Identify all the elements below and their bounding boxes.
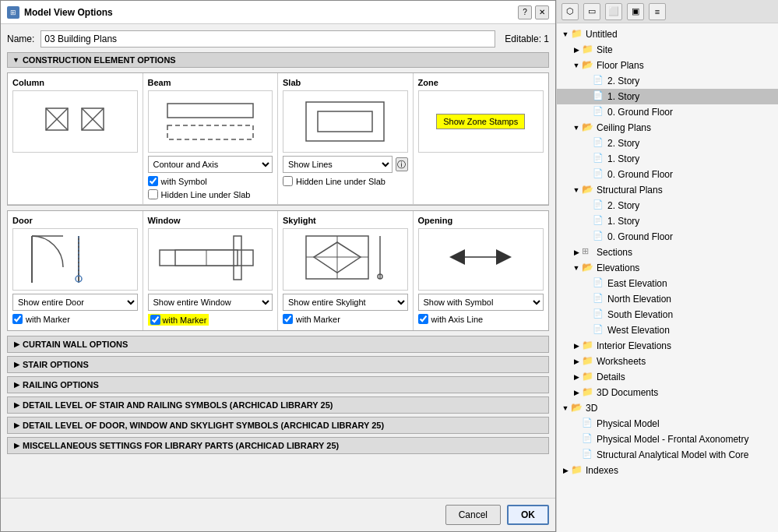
- tree-item-3d[interactable]: ▼📂3D: [557, 400, 778, 416]
- tree-item-sections[interactable]: ▶⊞Sections: [557, 245, 778, 260]
- ok-button[interactable]: OK: [507, 505, 549, 525]
- expand-icon-struct-ground[interactable]: [582, 231, 593, 242]
- tree-item-ceiling-2story[interactable]: 📄2. Story: [557, 136, 778, 151]
- expand-icon-south-elev[interactable]: [582, 309, 593, 320]
- beam-dropdown[interactable]: Contour and Axis Contour Only Axis Only: [148, 156, 273, 173]
- tree-label-worksheets: Worksheets: [597, 356, 646, 367]
- tree-item-physical-model[interactable]: 📄Physical Model: [557, 416, 778, 432]
- tree-item-site[interactable]: ▶📁Site: [557, 42, 778, 58]
- door-with-marker-checkbox[interactable]: [12, 314, 23, 324]
- tree-item-structural-analytical[interactable]: 📄Structural Analytical Model with Core: [557, 447, 778, 463]
- expand-icon-struct-1story[interactable]: [582, 216, 593, 227]
- tree-item-elevations[interactable]: ▼📂Elevations: [557, 260, 778, 276]
- slab-hidden-line-checkbox[interactable]: [283, 176, 293, 186]
- tree-label-east-elev: East Elevation: [607, 278, 667, 289]
- beam-with-symbol-row: with Symbol: [148, 176, 273, 186]
- skylight-with-marker-checkbox[interactable]: [283, 314, 293, 324]
- tree-label-floor-ground: 0. Ground Floor: [607, 107, 673, 118]
- name-input[interactable]: [40, 30, 495, 48]
- expand-icon-worksheets[interactable]: ▶: [571, 356, 582, 367]
- tree-item-interior-elevations[interactable]: ▶📁Interior Elevations: [557, 338, 778, 354]
- door-dropdown[interactable]: Show entire Door Show Door Opening Overh…: [12, 294, 138, 311]
- help-button[interactable]: ?: [518, 5, 532, 19]
- slab-dropdown[interactable]: Show Lines Hide Lines Contour Only: [283, 156, 393, 173]
- expand-icon-structural-analytical[interactable]: [571, 449, 582, 460]
- tree-item-south-elev[interactable]: 📄South Elevation: [557, 307, 778, 322]
- expand-icon-ceiling-1story[interactable]: [582, 153, 593, 164]
- skylight-dropdown[interactable]: Show entire Skylight Show Skylight Openi…: [283, 294, 408, 311]
- opening-dropdown[interactable]: Show with Symbol Show Opening Only: [418, 294, 544, 311]
- expand-icon-ceiling-plans[interactable]: ▼: [571, 122, 582, 133]
- door-svg: [16, 228, 133, 291]
- info-icon[interactable]: ⓘ: [396, 157, 408, 171]
- tree-item-struct-ground[interactable]: 📄0. Ground Floor: [557, 229, 778, 245]
- expand-icon-untitled[interactable]: ▼: [560, 29, 571, 40]
- collapsible-header-0[interactable]: ▶ CURTAIN WALL OPTIONS: [8, 336, 548, 352]
- tree-item-floor-ground[interactable]: 📄0. Ground Floor: [557, 104, 778, 120]
- expand-icon-site[interactable]: ▶: [571, 44, 582, 55]
- tree-label-ceiling-2story: 2. Story: [607, 138, 639, 149]
- opening-with-axis-checkbox[interactable]: [418, 314, 428, 324]
- tree-item-east-elev[interactable]: 📄East Elevation: [557, 276, 778, 291]
- tree-item-north-elev[interactable]: 📄North Elevation: [557, 291, 778, 307]
- expand-icon-3d-documents[interactable]: ▶: [571, 387, 582, 398]
- expand-icon-3d[interactable]: ▼: [560, 403, 571, 414]
- tree-more-icon[interactable]: ≡: [649, 3, 666, 20]
- tree-item-west-elev[interactable]: 📄West Elevation: [557, 322, 778, 338]
- collapsible-header-4[interactable]: ▶ DETAIL LEVEL OF DOOR, WINDOW AND SKYLI…: [8, 417, 548, 433]
- tree-item-ceiling-ground[interactable]: 📄0. Ground Floor: [557, 167, 778, 182]
- expand-icon-sections[interactable]: ▶: [571, 247, 582, 258]
- tree-item-floor-2story[interactable]: 📄2. Story: [557, 73, 778, 89]
- expand-icon-ceiling-ground[interactable]: [582, 169, 593, 180]
- expand-icon-floor-2story[interactable]: [582, 76, 593, 86]
- tree-item-ceiling-1story[interactable]: 📄1. Story: [557, 151, 778, 167]
- expand-icon-floor-1story[interactable]: [582, 91, 593, 102]
- expand-icon-interior-elevations[interactable]: ▶: [571, 340, 582, 351]
- window-with-marker-checkbox[interactable]: [150, 315, 160, 325]
- expand-icon-elevations[interactable]: ▼: [571, 262, 582, 273]
- expand-icon-floor-plans[interactable]: ▼: [571, 60, 582, 71]
- expand-icon-ceiling-2story[interactable]: [582, 138, 593, 149]
- collapsible-header-2[interactable]: ▶ RAILING OPTIONS: [8, 377, 548, 393]
- tree-item-structural-plans[interactable]: ▼📂Structural Plans: [557, 182, 778, 198]
- cancel-button[interactable]: Cancel: [445, 505, 501, 525]
- collapsible-header-5[interactable]: ▶ MISCELLANEOUS SETTINGS FOR LIBRARY PAR…: [8, 438, 548, 453]
- tree-item-indexes[interactable]: ▶📁Indexes: [557, 463, 778, 478]
- tree-page2-icon[interactable]: ▣: [627, 3, 644, 20]
- expand-icon-west-elev[interactable]: [582, 325, 593, 336]
- tree-item-struct-2story[interactable]: 📄2. Story: [557, 198, 778, 213]
- tree-item-3d-documents[interactable]: ▶📁3D Documents: [557, 385, 778, 400]
- collapsible-header-3[interactable]: ▶ DETAIL LEVEL OF STAIR AND RAILING SYMB…: [8, 397, 548, 413]
- window-dropdown[interactable]: Show entire Window Show Window Opening: [148, 294, 273, 311]
- tree-item-floor-plans[interactable]: ▼📂Floor Plans: [557, 58, 778, 73]
- page-icon-south-elev: 📄: [593, 308, 605, 321]
- tree-item-untitled[interactable]: ▼📁Untitled: [557, 26, 778, 42]
- tree-nav-icon[interactable]: ⬡: [561, 3, 579, 20]
- collapsible-arrow-icon-2: ▶: [14, 381, 19, 389]
- expand-icon-structural-plans[interactable]: ▼: [571, 185, 582, 196]
- expand-icon-east-elev[interactable]: [582, 278, 593, 289]
- tree-item-details[interactable]: ▶📁Details: [557, 369, 778, 385]
- tree-item-floor-1story[interactable]: 📄1. Story: [557, 89, 778, 104]
- tree-item-ceiling-plans[interactable]: ▼📂Ceiling Plans: [557, 120, 778, 136]
- tree-item-worksheets[interactable]: ▶📁Worksheets: [557, 354, 778, 369]
- folder-icon-floor-plans: 📂: [582, 59, 594, 72]
- beam-with-symbol-checkbox[interactable]: [148, 176, 158, 186]
- expand-icon-indexes[interactable]: ▶: [560, 465, 571, 476]
- tree-item-struct-1story[interactable]: 📄1. Story: [557, 213, 778, 229]
- expand-icon-details[interactable]: ▶: [571, 372, 582, 382]
- expand-icon-physical-frontal[interactable]: [571, 434, 582, 445]
- tree-page-icon[interactable]: ⬜: [605, 3, 622, 20]
- expand-icon-struct-2story[interactable]: [582, 200, 593, 211]
- beam-hidden-line-checkbox[interactable]: [148, 189, 158, 199]
- expand-icon-physical-model[interactable]: [571, 418, 582, 429]
- tree-item-physical-frontal[interactable]: 📄Physical Model - Frontal Axonometry: [557, 432, 778, 447]
- collapsible-header-1[interactable]: ▶ STAIR OPTIONS: [8, 357, 548, 372]
- construction-section-header[interactable]: ▼ CONSTRUCTION ELEMENT OPTIONS: [7, 52, 549, 68]
- page-icon-north-elev: 📄: [593, 293, 605, 305]
- tree-folder-icon[interactable]: ▭: [583, 3, 600, 20]
- expand-icon-north-elev[interactable]: [582, 294, 593, 305]
- close-button[interactable]: ✕: [535, 5, 549, 19]
- expand-icon-floor-ground[interactable]: [582, 107, 593, 118]
- tree-panel: ⬡ ▭ ⬜ ▣ ≡ ▼📁Untitled▶📁Site▼📂Floor Plans📄…: [556, 0, 778, 532]
